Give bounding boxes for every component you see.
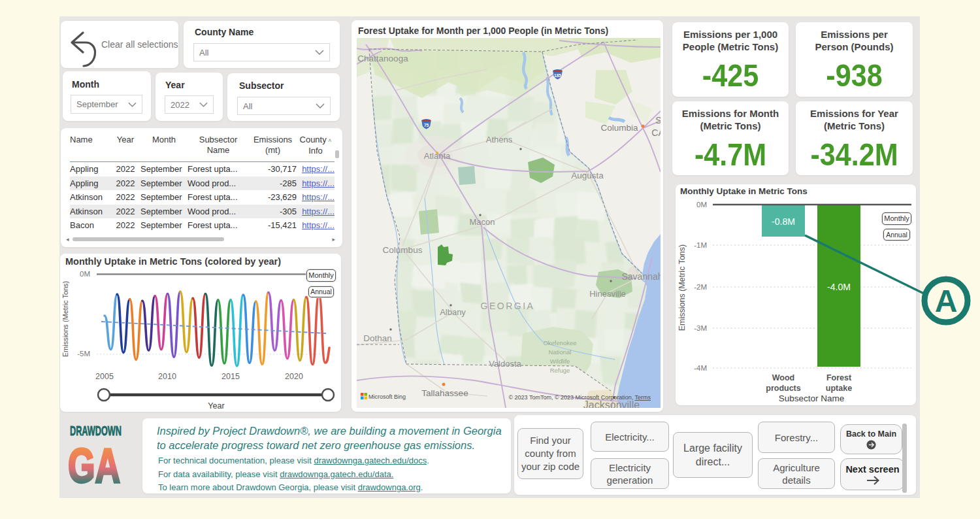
svg-text:Emissions (Metric Tons): Emissions (Metric Tons) — [678, 244, 687, 331]
svg-text:185: 185 — [554, 73, 561, 78]
svg-text:Chattanooga: Chattanooga — [357, 54, 408, 63]
svg-text:-0.8M: -0.8M — [772, 216, 795, 227]
svg-text:A: A — [935, 284, 958, 318]
svg-text:-4M: -4M — [694, 364, 707, 372]
svg-text:Valdosta: Valdosta — [489, 359, 521, 369]
svg-text:Columbus: Columbus — [383, 245, 423, 255]
svg-text:Refuge: Refuge — [550, 367, 570, 374]
svg-text:GA: GA — [68, 439, 120, 487]
svg-text:Atlanta: Atlanta — [424, 151, 451, 161]
svg-text:Microsoft Bing: Microsoft Bing — [368, 393, 406, 400]
svg-text:Dothan: Dothan — [363, 333, 392, 343]
svg-text:Emissions (Metric Tons): Emissions (Metric Tons) — [61, 281, 69, 358]
svg-text:GEORGIA: GEORGIA — [481, 301, 535, 311]
svg-text:Okefenokee: Okefenokee — [543, 339, 576, 346]
svg-text:-3M: -3M — [694, 324, 707, 332]
svg-text:© 2023 TomTom, © 2023 Microsof: © 2023 TomTom, © 2023 Microsoft Corporat… — [508, 394, 651, 401]
svg-text:-5M: -5M — [77, 350, 90, 358]
svg-text:CA: CA — [651, 127, 661, 138]
svg-text:Columbia: Columbia — [600, 123, 638, 133]
svg-text:2020: 2020 — [285, 372, 303, 381]
svg-text:Wood: Wood — [772, 373, 794, 382]
svg-text:Augusta: Augusta — [571, 171, 604, 180]
svg-text:2005: 2005 — [95, 372, 114, 381]
svg-text:uptake: uptake — [826, 384, 852, 393]
svg-text:2010: 2010 — [158, 372, 176, 381]
svg-text:National: National — [549, 348, 572, 356]
svg-text:Albany: Albany — [440, 307, 466, 317]
svg-text:Macon: Macon — [469, 217, 495, 227]
svg-text:0M: 0M — [696, 201, 707, 209]
svg-text:products: products — [766, 384, 801, 393]
svg-text:Hinesville: Hinesville — [589, 289, 626, 299]
svg-text:-2M: -2M — [694, 283, 707, 291]
svg-text:Athens: Athens — [486, 135, 513, 144]
svg-text:Savannah: Savannah — [621, 271, 661, 282]
svg-text:Year: Year — [208, 401, 224, 410]
svg-text:2015: 2015 — [221, 372, 240, 381]
svg-text:-1M: -1M — [694, 241, 707, 249]
svg-text:Forest: Forest — [826, 373, 852, 382]
svg-text:75: 75 — [424, 123, 429, 127]
svg-text:DRAWDOWN: DRAWDOWN — [70, 423, 122, 438]
svg-text:Wildlife: Wildlife — [550, 358, 570, 365]
svg-text:Tallahassee: Tallahassee — [421, 388, 468, 398]
svg-text:S: S — [655, 115, 661, 126]
svg-text:0M: 0M — [80, 270, 90, 278]
svg-text:Subsector Name: Subsector Name — [779, 393, 845, 403]
